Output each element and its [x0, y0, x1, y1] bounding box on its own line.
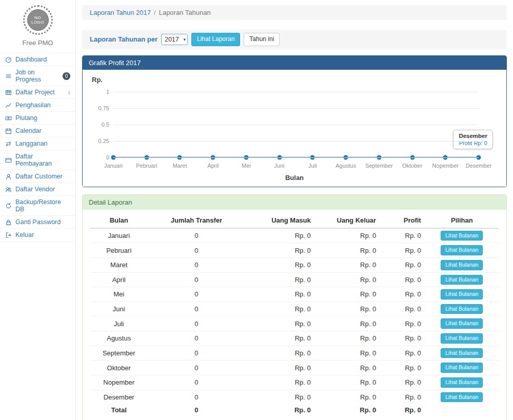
sidebar-item-label: Keluar [15, 231, 34, 238]
chart-body: Rp. JanuariPebruariMaretAprilMeiJuniJuli… [83, 70, 506, 187]
sidebar-item-job-on-progress[interactable]: Job on Progress 0 [0, 66, 75, 86]
lihat-laporan-button[interactable]: Lihat Laporan [191, 33, 240, 46]
cell-uang-masuk: Rp. 0 [245, 257, 314, 272]
breadcrumb-link[interactable]: Laporan Tahun 2017 [90, 9, 151, 16]
cell-jumlah-transfer: 0 [147, 375, 245, 390]
sidebar-item-calendar[interactable]: Calendar [0, 125, 75, 137]
x-tick-label: Maret [172, 163, 187, 169]
total-profit: Rp. 0 [380, 404, 425, 416]
chart-panel-title: Grafik Profit 2017 [83, 56, 506, 70]
cell-pilihan: Lihat Bulanan [425, 287, 499, 302]
cell-uang-keluar: Rp. 0 [315, 331, 380, 346]
dashboard-icon [5, 56, 12, 63]
cell-bulan: Januari [90, 228, 147, 243]
table-row: Juli 0 Rp. 0 Rp. 0 Rp. 0 Lihat Bulanan [90, 316, 499, 331]
tooltip-title: Desember [459, 133, 487, 139]
lihat-bulanan-button[interactable]: Lihat Bulanan [441, 304, 483, 314]
sidebar-item-label: Daftar Project [15, 89, 54, 96]
table-row: Mei 0 Rp. 0 Rp. 0 Rp. 0 Lihat Bulanan [90, 287, 499, 302]
sidebar-item-label: Ganti Password [15, 218, 61, 226]
cell-uang-keluar: Rp. 0 [315, 361, 380, 375]
cell-uang-masuk: Rp. 0 [245, 375, 314, 390]
cell-bulan: Maret [90, 257, 147, 272]
lihat-bulanan-button[interactable]: Lihat Bulanan [441, 245, 483, 255]
cell-pilihan: Lihat Bulanan [425, 257, 499, 272]
sidebar-item-daftar-pembayaran[interactable]: Daftar Pembayaran [0, 150, 75, 170]
content-wrap: NO LOGO Free PMO Dashboard Job on Progre… [0, 0, 513, 420]
cell-jumlah-transfer: 0 [147, 361, 245, 375]
total-masuk: Rp. 0 [245, 404, 314, 416]
breadcrumb-separator: / [154, 9, 156, 16]
cell-jumlah-transfer: 0 [147, 316, 245, 331]
lihat-bulanan-button[interactable]: Lihat Bulanan [441, 231, 483, 241]
column-header-profit: Profit [380, 213, 425, 228]
credit-card-icon [5, 157, 12, 164]
cell-uang-keluar: Rp. 0 [315, 302, 380, 316]
cell-bulan: Oktober [90, 361, 147, 375]
refresh-icon [5, 203, 12, 209]
sidebar-item-ganti-password[interactable]: Ganti Password [0, 216, 75, 229]
lihat-bulanan-button[interactable]: Lihat Bulanan [441, 392, 483, 403]
cell-profit: Rp. 0 [380, 272, 425, 287]
breadcrumb: Laporan Tahun 2017/Laporan Tahunan [82, 5, 507, 20]
detail-panel: Detail Laporan Bulan Jumlah Transfer Uan… [82, 194, 507, 420]
sidebar-item-label: Langganan [15, 140, 48, 147]
lihat-bulanan-button[interactable]: Lihat Bulanan [441, 377, 483, 388]
sidebar-item-daftar-customer[interactable]: Daftar Customer [0, 170, 75, 183]
cell-bulan: Mei [90, 287, 147, 302]
x-tick-label: Pebruari [136, 163, 157, 169]
cell-jumlah-transfer: 0 [147, 331, 245, 346]
cell-uang-masuk: Rp. 0 [245, 346, 314, 361]
total-keluar: Rp. 0 [315, 404, 380, 416]
sidebar-item-backup-restore-db[interactable]: Backup/Restore DB [0, 196, 75, 216]
tahun-ini-button[interactable]: Tahun ini [244, 33, 280, 46]
sidebar-item-daftar-project[interactable]: Daftar Project ‹ [0, 86, 75, 99]
sidebar-item-label: Backup/Restore DB [15, 198, 70, 213]
cell-uang-masuk: Rp. 0 [245, 228, 314, 243]
table-row: Maret 0 Rp. 0 Rp. 0 Rp. 0 Lihat Bulanan [90, 257, 499, 272]
sidebar-item-daftar-vendor[interactable]: Daftar Vendor [0, 183, 75, 196]
gridline [113, 141, 479, 142]
lihat-bulanan-button[interactable]: Lihat Bulanan [441, 289, 483, 299]
cell-pilihan: Lihat Bulanan [425, 316, 499, 331]
cell-pilihan: Lihat Bulanan [425, 346, 499, 361]
line-chart-icon [5, 102, 12, 109]
lihat-bulanan-button[interactable]: Lihat Bulanan [441, 363, 483, 373]
lihat-bulanan-button[interactable]: Lihat Bulanan [441, 318, 483, 329]
table-row: Januari 0 Rp. 0 Rp. 0 Rp. 0 Lihat Bulana… [90, 228, 499, 243]
filter-bar: Laporan Tahunan per 2017 Lihat Laporan T… [82, 30, 507, 49]
table-row: Desember 0 Rp. 0 Rp. 0 Rp. 0 Lihat Bulan… [90, 390, 499, 404]
cell-uang-masuk: Rp. 0 [245, 316, 314, 331]
cell-profit: Rp. 0 [380, 375, 425, 390]
sidebar-item-piutang[interactable]: Piutang [0, 112, 75, 125]
sidebar-item-dashboard[interactable]: Dashboard [0, 53, 75, 66]
cell-profit: Rp. 0 [380, 346, 425, 361]
gridline [113, 108, 479, 109]
x-axis-title: Bulan [90, 174, 499, 182]
table-row: Nopember 0 Rp. 0 Rp. 0 Rp. 0 Lihat Bulan… [90, 375, 499, 390]
detail-body: Bulan Jumlah Transfer Uang Masuk Uang Ke… [83, 210, 506, 420]
sidebar-item-penghasilan[interactable]: Penghasilan [0, 99, 75, 112]
y-tick-label: 1 [90, 89, 109, 95]
cell-jumlah-transfer: 0 [147, 272, 245, 287]
lihat-bulanan-button[interactable]: Lihat Bulanan [441, 333, 483, 344]
cell-jumlah-transfer: 0 [147, 287, 245, 302]
cell-bulan: Juli [90, 316, 147, 331]
cell-profit: Rp. 0 [380, 361, 425, 375]
cell-uang-keluar: Rp. 0 [315, 287, 380, 302]
cell-uang-keluar: Rp. 0 [315, 257, 380, 272]
cell-profit: Rp. 0 [380, 316, 425, 331]
cell-profit: Rp. 0 [380, 243, 425, 258]
lihat-bulanan-button[interactable]: Lihat Bulanan [441, 275, 483, 285]
year-select[interactable]: 2017 [161, 34, 188, 45]
x-tick-label: Mei [242, 163, 251, 169]
main-content: Laporan Tahun 2017/Laporan Tahunan Lapor… [76, 0, 513, 420]
sidebar-item-keluar[interactable]: Keluar [0, 229, 75, 242]
lihat-bulanan-button[interactable]: Lihat Bulanan [441, 348, 483, 358]
chart-tooltip: Desember Profit Rp: 0 [453, 130, 493, 149]
cell-pilihan: Lihat Bulanan [425, 243, 499, 258]
lihat-bulanan-button[interactable]: Lihat Bulanan [441, 260, 483, 270]
gridline [113, 125, 479, 125]
sidebar-item-langganan[interactable]: Langganan [0, 137, 75, 150]
table-row: April 0 Rp. 0 Rp. 0 Rp. 0 Lihat Bulanan [90, 272, 499, 287]
